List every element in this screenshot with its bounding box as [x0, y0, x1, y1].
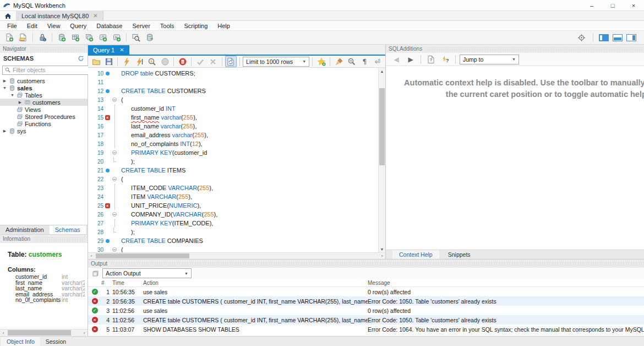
- tree-item-views[interactable]: Views: [0, 106, 88, 113]
- tab-administration[interactable]: Administration: [0, 225, 50, 234]
- menu-query[interactable]: Query: [65, 23, 91, 29]
- code-line[interactable]: 17email_address varchar(255),: [88, 131, 378, 139]
- save-snippet-button[interactable]: [315, 56, 327, 67]
- tab-context-help[interactable]: Context Help: [392, 250, 439, 259]
- toggle-output-area-button[interactable]: [613, 34, 623, 41]
- code-line[interactable]: 14customer_id INT: [88, 104, 378, 113]
- menu-edit[interactable]: Edit: [22, 23, 42, 29]
- search-data-button[interactable]: [130, 32, 142, 44]
- scroll-left-icon[interactable]: ‹: [88, 253, 95, 258]
- scroll-up-icon[interactable]: ▲: [380, 68, 384, 74]
- scroll-left-icon[interactable]: ‹: [0, 331, 7, 336]
- fold-gutter[interactable]: [111, 210, 118, 219]
- execute-current-button[interactable]: [134, 56, 145, 67]
- code-editor[interactable]: 10DROP table CUSTOMERS;1112CREATE TABLE …: [88, 68, 378, 252]
- menu-server[interactable]: Server: [127, 23, 155, 29]
- tab-object-info[interactable]: Object Info: [1, 337, 40, 346]
- menu-view[interactable]: View: [42, 23, 66, 29]
- toggle-right-sidebar-button[interactable]: [626, 34, 636, 41]
- fold-collapse-icon[interactable]: [112, 177, 117, 181]
- code-line[interactable]: 18no_of_complaints INT(12),: [88, 139, 378, 148]
- filter-objects-input[interactable]: [13, 67, 87, 73]
- expand-arrow-icon[interactable]: ▼: [2, 86, 7, 90]
- expand-arrow-icon[interactable]: ▼: [10, 93, 15, 97]
- menu-help[interactable]: Help: [212, 23, 235, 29]
- auto-help-button[interactable]: ?: [439, 53, 451, 65]
- output-row[interactable]: ✓110:56:35use sales0 row(s) affected0.00…: [88, 287, 644, 296]
- code-line[interactable]: 29CREATE TABLE COMPANIES: [88, 236, 378, 245]
- fold-gutter[interactable]: [111, 95, 118, 104]
- beautify-button[interactable]: [333, 56, 345, 67]
- limit-rows-dropdown[interactable]: Limit to 1000 rows▼: [243, 57, 309, 67]
- fold-collapse-icon[interactable]: [112, 247, 117, 252]
- code-line[interactable]: 23ITEM_CODE VARCHAR(255),: [88, 183, 378, 192]
- expand-arrow-icon[interactable]: ▶: [2, 79, 7, 83]
- fold-gutter[interactable]: [111, 175, 118, 183]
- sidebar-horizontal-scrollbar[interactable]: ‹ ›: [0, 329, 88, 336]
- code-line[interactable]: 26COMPANY_ID(VARCHAR(255),: [88, 210, 378, 219]
- home-button[interactable]: [0, 11, 17, 20]
- open-sql-script-button[interactable]: [17, 32, 29, 44]
- scroll-down-icon[interactable]: ▼: [380, 246, 384, 252]
- restore-button[interactable]: □: [602, 0, 623, 10]
- fold-collapse-icon[interactable]: [112, 212, 117, 217]
- code-line[interactable]: 30(: [88, 245, 378, 252]
- code-line[interactable]: 16last_name varchar(255),: [88, 122, 378, 131]
- back-button[interactable]: ◀: [390, 53, 402, 65]
- scroll-right-icon[interactable]: ›: [81, 331, 88, 336]
- connection-tab-close-icon[interactable]: ✕: [93, 13, 97, 19]
- code-line[interactable]: 11: [88, 78, 378, 86]
- connection-tab[interactable]: Local instance MySQL80 ✕: [17, 11, 103, 20]
- create-procedure-button[interactable]: [97, 32, 109, 44]
- code-line[interactable]: 15×first_name varchar(255),: [88, 113, 378, 122]
- jump-to-dropdown[interactable]: Jump to▼: [460, 55, 519, 64]
- preferences-button[interactable]: [575, 32, 587, 44]
- query-tab[interactable]: Query 1 ✕: [88, 45, 129, 55]
- output-row[interactable]: ×511:03:07SHOW DATABASES SHOW TABLESErro…: [88, 325, 644, 334]
- editor-horizontal-scrollbar[interactable]: ‹ ›: [88, 252, 385, 259]
- commit-button[interactable]: [194, 56, 206, 67]
- refresh-schemas-icon[interactable]: [78, 55, 84, 62]
- code-line[interactable]: 24ITEM VARCHAR(255),: [88, 192, 378, 201]
- new-query-tab-button[interactable]: SQL: [3, 32, 15, 44]
- tree-item-sys[interactable]: ▶sys: [0, 127, 88, 134]
- tree-item-customers[interactable]: ▶customers: [0, 77, 88, 84]
- tree-item-customers[interactable]: ▶customers: [0, 99, 88, 106]
- tree-item-stored-procedures[interactable]: Stored Procedures: [0, 113, 88, 120]
- scroll-right-icon[interactable]: ›: [379, 253, 385, 258]
- code-line[interactable]: 20);: [88, 157, 378, 166]
- minimize-button[interactable]: –: [581, 0, 602, 10]
- menu-database[interactable]: Database: [91, 23, 127, 29]
- save-button[interactable]: [103, 56, 114, 67]
- menu-scripting[interactable]: Scripting: [179, 23, 213, 29]
- tab-session[interactable]: Session: [40, 337, 72, 346]
- reconnect-button[interactable]: [144, 32, 156, 44]
- expand-arrow-icon[interactable]: ▶: [2, 129, 7, 133]
- tree-item-functions[interactable]: Functions: [0, 120, 88, 127]
- code-line[interactable]: 10DROP table CUSTOMERS;: [88, 69, 378, 78]
- create-view-button[interactable]: [83, 32, 95, 44]
- execute-button[interactable]: [121, 56, 132, 67]
- code-line[interactable]: 27PRIMARY KEY(ITEM_CODE),: [88, 219, 378, 228]
- find-button[interactable]: [346, 56, 357, 67]
- code-line[interactable]: 25×UNIT_PRICE(NUMERIC),: [88, 201, 378, 210]
- create-schema-button[interactable]: [56, 32, 68, 44]
- tab-snippets[interactable]: Snippets: [441, 250, 477, 259]
- fold-collapse-icon[interactable]: [112, 98, 117, 102]
- code-line[interactable]: 19PRIMARY KEY(customer_id: [88, 148, 378, 157]
- explain-button[interactable]: [146, 56, 158, 67]
- open-file-button[interactable]: [90, 56, 102, 67]
- code-line[interactable]: 12CREATE TABLE CUSTOMERS: [88, 86, 378, 95]
- tree-item-sales[interactable]: ▼sales: [0, 84, 88, 91]
- context-help-button[interactable]: ?: [425, 53, 437, 65]
- create-function-button[interactable]: fx: [111, 32, 123, 44]
- toggle-stop-on-error-button[interactable]: SQL: [177, 56, 188, 67]
- output-view-selector[interactable]: Action Output ▼: [102, 268, 192, 278]
- code-line[interactable]: 13(: [88, 95, 378, 104]
- tree-item-tables[interactable]: ▼Tables: [0, 91, 88, 99]
- output-row[interactable]: ✓311:02:56use sales0 row(s) affected0.00…: [88, 306, 644, 315]
- rollback-button[interactable]: [208, 56, 219, 67]
- wrap-button[interactable]: ⏎: [372, 56, 383, 67]
- menu-file[interactable]: File: [2, 23, 22, 29]
- stop-button[interactable]: [159, 56, 171, 67]
